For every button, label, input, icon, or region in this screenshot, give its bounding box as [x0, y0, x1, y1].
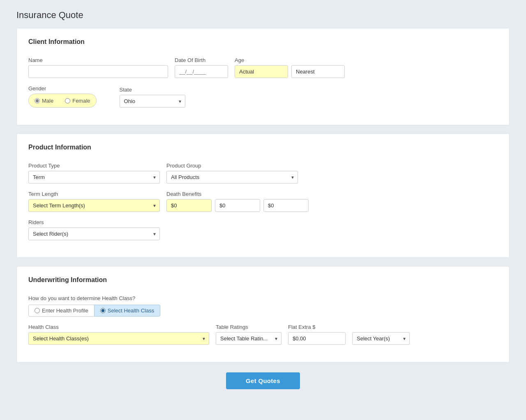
death-benefit-1-input[interactable]	[166, 199, 212, 212]
product-type-select[interactable]: Term Whole Life Universal Life Variable …	[28, 171, 160, 184]
uw-enter-label: Enter Health Profile	[42, 308, 88, 314]
state-select-wrapper: Ohio Alabama Alaska Arizona California F…	[120, 95, 185, 108]
age-nearest-input[interactable]	[291, 65, 345, 78]
gender-label: Gender	[28, 85, 97, 92]
client-information-card: Client Information Name Date Of Birth Ag…	[16, 28, 510, 125]
uw-select-label: Select Health Class	[108, 308, 154, 314]
death-benefit-2-input[interactable]	[215, 199, 260, 212]
term-length-wrapper: Select Term Length(s) 10 Year 15 Year 20…	[28, 199, 160, 212]
product-group-wrapper: All Products Group A Group B	[166, 171, 298, 184]
gender-female-radio[interactable]	[65, 98, 70, 103]
flat-extra-input[interactable]	[288, 332, 346, 345]
dob-label: Date Of Birth	[175, 57, 228, 63]
health-class-label: Health Class	[28, 324, 209, 330]
riders-label: Riders	[28, 219, 160, 225]
health-class-wrapper: Select Health Class(es) Preferred Plus P…	[28, 332, 209, 345]
term-length-select[interactable]: Select Term Length(s) 10 Year 15 Year 20…	[28, 199, 160, 212]
product-group-select[interactable]: All Products Group A Group B	[166, 171, 298, 184]
flat-extra-label: Flat Extra $	[288, 324, 346, 330]
client-information-title: Client Information	[28, 38, 498, 49]
age-label: Age	[235, 57, 345, 63]
uw-select-radio[interactable]	[100, 308, 106, 313]
year-select-label	[352, 324, 410, 330]
riders-wrapper: Select Rider(s) Waiver of Premium Accide…	[28, 227, 160, 240]
gender-radio-group: Male Female	[28, 94, 97, 108]
product-type-wrapper: Term Whole Life Universal Life Variable …	[28, 171, 160, 184]
uw-enter-radio[interactable]	[35, 308, 40, 313]
year-select[interactable]: Select Year(s) 1 Year 2 Years 3 Years 5 …	[352, 332, 410, 345]
gender-male-option[interactable]: Male	[29, 94, 59, 107]
table-ratings-select[interactable]: Select Table Ratin... None Table A Table…	[216, 332, 281, 345]
product-type-label: Product Type	[28, 163, 160, 169]
gender-female-option[interactable]: Female	[59, 94, 96, 107]
state-label: State	[120, 87, 185, 93]
name-label: Name	[28, 57, 168, 63]
death-benefit-3-input[interactable]	[263, 199, 309, 212]
underwriting-information-title: Underwriting Information	[28, 276, 498, 287]
table-ratings-wrapper: Select Table Ratin... None Table A Table…	[216, 332, 281, 345]
get-quotes-button[interactable]: Get Quotes	[226, 372, 300, 389]
year-select-wrapper: Select Year(s) 1 Year 2 Years 3 Years 5 …	[352, 332, 410, 345]
term-length-label: Term Length	[28, 191, 160, 197]
gender-male-radio[interactable]	[35, 98, 40, 103]
product-information-title: Product Information	[28, 144, 498, 154]
uw-enter-health-profile-option[interactable]: Enter Health Profile	[28, 305, 95, 317]
riders-select[interactable]: Select Rider(s) Waiver of Premium Accide…	[28, 227, 160, 240]
uw-select-health-class-option[interactable]: Select Health Class	[94, 305, 160, 317]
product-information-card: Product Information Product Type Term Wh…	[16, 133, 510, 258]
state-select[interactable]: Ohio Alabama Alaska Arizona California F…	[120, 95, 185, 108]
age-actual-input[interactable]	[235, 65, 288, 78]
dob-input[interactable]	[175, 65, 228, 78]
underwriting-information-card: Underwriting Information How do you want…	[16, 266, 510, 363]
gender-female-label: Female	[72, 98, 90, 104]
gender-male-label: Male	[42, 98, 53, 104]
product-group-label: Product Group	[166, 163, 298, 169]
uw-radio-group: Enter Health Profile Select Health Class	[28, 305, 498, 317]
uw-question-text: How do you want to determine Health Clas…	[28, 295, 498, 301]
page-title: Insurance Quote	[16, 10, 510, 21]
death-benefits-label: Death Benefits	[166, 191, 309, 197]
name-input[interactable]	[28, 65, 168, 78]
table-ratings-label: Table Ratings	[216, 324, 281, 330]
health-class-select[interactable]: Select Health Class(es) Preferred Plus P…	[28, 332, 209, 345]
